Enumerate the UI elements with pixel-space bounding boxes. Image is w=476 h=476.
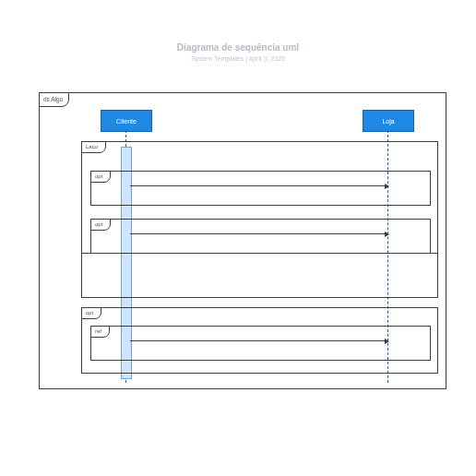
- sd-frame: ds Algo Cliente Loja Laço opt opt opt re…: [39, 92, 446, 389]
- diagram-canvas: Diagrama de sequência uml System Templat…: [0, 0, 476, 476]
- opt-frame-3-label: opt: [81, 307, 101, 319]
- diagram-title: Diagrama de sequência uml: [0, 42, 476, 53]
- opt-frame-2-label: opt: [90, 219, 111, 231]
- loop-frame-label: Laço: [81, 141, 106, 153]
- opt-frame-1: opt: [90, 171, 431, 206]
- diagram-subtitle: System Templates | April 3, 2020: [0, 55, 476, 62]
- opt-frame-1-label: opt: [90, 171, 111, 183]
- message-arrow-2: [130, 233, 388, 234]
- message-arrow-1: [130, 185, 388, 186]
- ref-frame: ref: [90, 326, 431, 361]
- ref-frame-label: ref: [90, 326, 110, 338]
- message-arrow-3: [130, 340, 388, 341]
- participant-loja: Loja: [363, 110, 414, 132]
- sd-frame-label: ds Algo: [39, 92, 69, 107]
- participant-cliente: Cliente: [101, 110, 152, 132]
- opt-frame-2: opt: [90, 219, 431, 254]
